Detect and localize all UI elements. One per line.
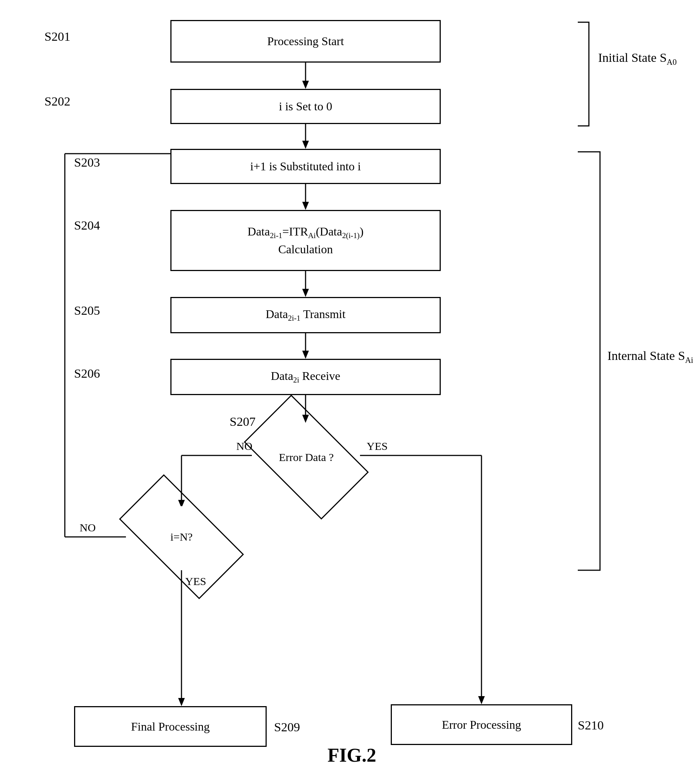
step-label-s202: S202: [44, 94, 70, 109]
box-s205: Data2i-1 Transmit: [170, 297, 441, 333]
svg-marker-17: [478, 696, 485, 704]
box-s204-text: Data2i-1=ITRAi(Data2(i-1))Calculation: [248, 223, 363, 257]
step-label-s203: S203: [74, 156, 100, 170]
svg-marker-7: [302, 289, 309, 297]
step-label-s205: S205: [74, 304, 100, 318]
diamond-s207: Error Data ?: [252, 425, 360, 490]
svg-text:YES: YES: [367, 440, 388, 452]
diamond-s208: i=N?: [126, 506, 237, 567]
initial-state-label: Initial State SA0: [598, 48, 677, 68]
box-s203-text: i+1 is Substituted into i: [251, 160, 361, 173]
svg-marker-3: [302, 141, 309, 149]
box-s201: Processing Start: [170, 20, 441, 63]
box-s210: Error Processing: [391, 704, 572, 745]
box-s210-text: Error Processing: [442, 718, 521, 732]
box-s202: i is Set to 0: [170, 89, 441, 124]
box-s209: Final Processing: [74, 706, 266, 747]
flowchart-diagram: YES NO NO YES S201 Processing Start S202…: [0, 0, 700, 765]
figure-label: FIG.2: [259, 744, 445, 765]
internal-state-label: Internal State SAi: [607, 346, 693, 366]
step-label-s207: S207: [230, 415, 255, 429]
svg-marker-9: [302, 351, 309, 359]
box-s209-text: Final Processing: [131, 720, 210, 734]
step-label-s210: S210: [578, 718, 604, 732]
step-label-s206: S206: [74, 367, 100, 381]
step-label-s201: S201: [44, 30, 70, 44]
svg-marker-26: [178, 698, 185, 706]
box-s204: Data2i-1=ITRAi(Data2(i-1))Calculation: [170, 210, 441, 271]
diamond-s207-text: Error Data ?: [279, 451, 334, 464]
svg-marker-5: [302, 202, 309, 210]
step-label-s204: S204: [74, 219, 100, 233]
box-s201-text: Processing Start: [267, 35, 344, 48]
step-label-s209: S209: [274, 720, 300, 734]
box-s206: Data2i Receive: [170, 359, 441, 395]
svg-text:NO: NO: [80, 521, 96, 534]
box-s202-text: i is Set to 0: [279, 99, 332, 113]
box-s205-text: Data2i-1 Transmit: [266, 307, 345, 323]
diamond-s208-text: i=N?: [170, 530, 192, 543]
box-s206-text: Data2i Receive: [271, 369, 341, 384]
box-s203: i+1 is Substituted into i: [170, 149, 441, 184]
svg-marker-1: [302, 81, 309, 89]
